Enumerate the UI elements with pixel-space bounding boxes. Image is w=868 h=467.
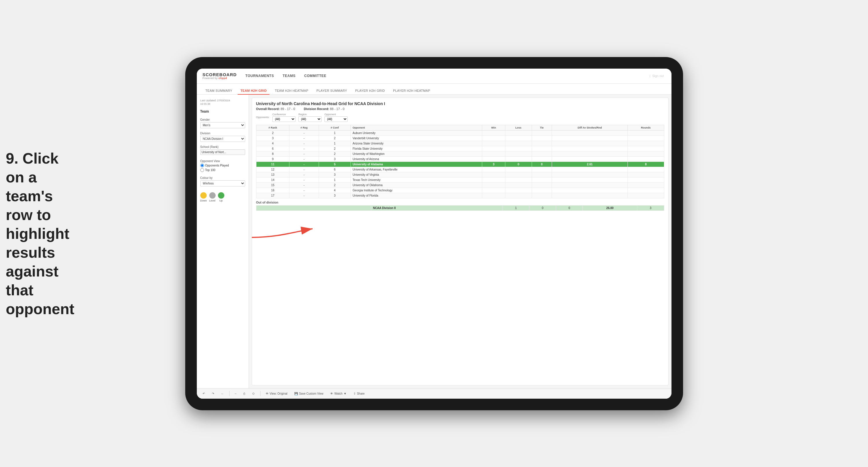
table-header: University of North Carolina Head-to-Hea… — [256, 101, 664, 122]
legend-down: Down — [200, 192, 207, 202]
eye-icon: 👁 — [330, 392, 333, 395]
tab-team-h2h-grid[interactable]: TEAM H2H GRID — [238, 87, 270, 95]
level-label: Level — [209, 199, 216, 202]
table-row[interactable]: 13 - 3 University of Virginia — [256, 172, 664, 177]
tablet-shell: SCOREBOARD Powered by clippd TOURNAMENTS… — [185, 57, 683, 410]
table-row[interactable]: 14 - 1 Texas Tech University — [256, 177, 664, 182]
col-reg: # Reg — [289, 125, 319, 130]
nav-tournaments[interactable]: TOURNAMENTS — [245, 73, 274, 79]
nav-teams[interactable]: TEAMS — [282, 73, 296, 79]
filter-row: Opponents: Conference (All) Region (All) — [256, 113, 664, 122]
watch-btn[interactable]: 👁 Watch ▼ — [329, 391, 348, 396]
legend-up: Up — [218, 192, 224, 202]
view-btn[interactable]: 👁 View: Original — [264, 391, 289, 396]
main-content: Last Updated: 27/03/2024 16:55:38 Team G… — [197, 95, 672, 388]
undo-btn[interactable]: ↶ — [201, 391, 207, 396]
filter-conference: Conference (All) — [272, 113, 296, 122]
table-area: University of North Carolina Head-to-Hea… — [252, 97, 669, 385]
sub-nav: TEAM SUMMARY TEAM H2H GRID TEAM H2H HEAT… — [197, 84, 672, 95]
last-updated: Last Updated: 27/03/2024 16:55:38 — [200, 99, 245, 106]
col-rank: # Rank — [256, 125, 289, 130]
table-title: University of North Carolina Head-to-Hea… — [256, 101, 664, 106]
radio-opponents-played[interactable]: Opponents Played — [200, 164, 245, 167]
opponent-select[interactable]: (All) — [324, 116, 348, 122]
col-tie: Tie — [532, 125, 552, 130]
school-input[interactable]: University of Nort... — [200, 149, 245, 155]
paste-btn[interactable]: ⎙ — [242, 391, 247, 396]
sidebar: Last Updated: 27/03/2024 16:55:38 Team G… — [197, 95, 249, 388]
col-loss: Loss — [505, 125, 532, 130]
tab-team-h2h-heatmap[interactable]: TEAM H2H HEATMAP — [272, 87, 311, 95]
col-conf: # Conf — [319, 125, 351, 130]
radio-top-100[interactable]: Top 100 — [200, 168, 245, 172]
team-section-title: Team — [200, 110, 245, 114]
logo-area: SCOREBOARD Powered by clippd — [203, 72, 237, 80]
opponent-view-label: Opponent View — [200, 159, 245, 163]
col-win: Win — [482, 125, 505, 130]
clock-btn[interactable]: ⏲ — [250, 391, 257, 396]
annotation-text: 9. Click on ateam's row tohighlight resu… — [6, 149, 81, 318]
table-row[interactable]: 16 - 4 Georgia Institute of Technology — [256, 187, 664, 193]
school-label: School (Rank) — [200, 145, 245, 148]
filter-region: Region (All) — [299, 113, 321, 122]
table-row[interactable]: 3 - 2 Vanderbilt University — [256, 136, 664, 141]
down-label: Down — [200, 199, 207, 202]
logo-text: SCOREBOARD — [203, 72, 237, 77]
division-select[interactable]: NCAA Division I — [200, 136, 245, 142]
tab-player-summary[interactable]: PLAYER SUMMARY — [313, 87, 350, 95]
watch-chevron: ▼ — [344, 392, 346, 395]
table-row[interactable]: 6 - 2 Florida State University — [256, 146, 664, 151]
tab-player-h2h-heatmap[interactable]: PLAYER H2H HEATMAP — [390, 87, 433, 95]
back-btn[interactable]: ← — [219, 391, 226, 396]
division-summary-table: NCAA Division II 1 0 0 26.00 3 — [256, 205, 664, 211]
table-row[interactable]: 17 - 3 University of Florida — [256, 193, 664, 198]
copy-btn[interactable]: ⎓ — [233, 391, 238, 396]
redo-btn[interactable]: ↷ — [210, 391, 216, 396]
level-dot — [209, 192, 216, 199]
toolbar-sep1 — [229, 391, 229, 396]
colour-by-select[interactable]: Win/loss — [200, 180, 245, 186]
table-row[interactable]: 8 - 2 University of Washington — [256, 151, 664, 156]
nav-items: TOURNAMENTS TEAMS COMMITTEE — [245, 73, 649, 79]
down-dot — [200, 192, 207, 199]
table-row[interactable]: 9 - 3 University of Arizona — [256, 156, 664, 162]
nav-committee[interactable]: COMMITTEE — [304, 73, 327, 79]
share-btn[interactable]: ⇧ Share — [352, 391, 366, 396]
legend-level: Level — [209, 192, 216, 202]
view-icon: 👁 — [266, 392, 269, 395]
up-label: Up — [219, 199, 223, 202]
colour-legend: Down Level Up — [200, 192, 245, 202]
table-row[interactable]: 11 - 5 University of Alabama 3 0 0 2.61 … — [256, 162, 664, 167]
filter-opponent: Opponent (All) — [324, 113, 348, 122]
toolbar-sep2 — [260, 391, 260, 396]
tab-team-summary[interactable]: TEAM SUMMARY — [203, 87, 235, 95]
gender-select[interactable]: Men's — [200, 122, 245, 128]
annotation-content: 9. Click on ateam's row tohighlight resu… — [6, 149, 81, 318]
conference-select[interactable]: (All) — [272, 116, 296, 122]
region-select[interactable]: (All) — [299, 116, 321, 122]
colour-by-label: Colour by — [200, 176, 245, 179]
opponent-label: Opponent — [324, 113, 348, 116]
logo-sub: Powered by clippd — [203, 77, 237, 80]
filter-opponents-label: Opponents: — [256, 116, 270, 119]
top-nav: SCOREBOARD Powered by clippd TOURNAMENTS… — [197, 68, 672, 84]
conference-label: Conference — [272, 113, 296, 116]
h2h-table: # Rank # Reg # Conf Opponent Win Loss Ti… — [256, 125, 664, 198]
division-summary-row[interactable]: NCAA Division II 1 0 0 26.00 3 — [256, 205, 664, 210]
overall-record: Overall Record: 89 - 17 - 0 — [256, 107, 295, 111]
save-custom-btn[interactable]: 💾 Save Custom View — [292, 391, 325, 396]
table-row[interactable]: 2 - 1 Auburn University — [256, 130, 664, 136]
col-opponent: Opponent — [351, 125, 482, 130]
table-row[interactable]: 15 - 2 University of Oklahoma — [256, 182, 664, 187]
sign-out-link[interactable]: Sign out — [652, 74, 664, 78]
out-of-division-header: Out of division — [256, 198, 664, 205]
sign-out-area: |Sign out — [649, 74, 665, 78]
bottom-toolbar: ↶ ↷ ← ⎓ ⎙ ⏲ 👁 View: Original 💾 Save Cust… — [197, 388, 672, 399]
region-label: Region — [299, 113, 321, 116]
tab-player-h2h-grid[interactable]: PLAYER H2H GRID — [352, 87, 388, 95]
up-dot — [218, 192, 224, 199]
division-record: Division Record: 88 - 17 - 0 — [304, 107, 345, 111]
share-icon: ⇧ — [353, 392, 356, 395]
table-row[interactable]: 12 - 6 University of Arkansas, Fayettevi… — [256, 167, 664, 172]
table-row[interactable]: 4 - 1 Arizona State University — [256, 141, 664, 146]
